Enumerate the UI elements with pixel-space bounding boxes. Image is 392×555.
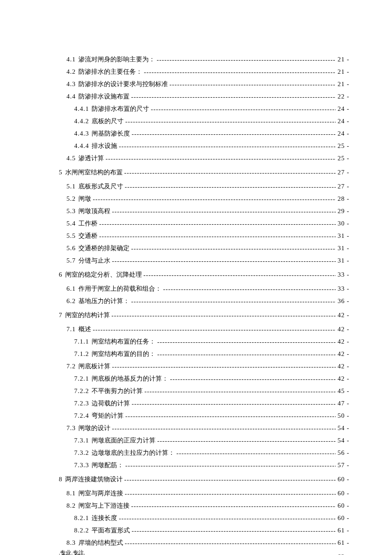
toc-entry-title: 闸墩配筋： bbox=[92, 461, 124, 469]
toc-entry: 5.2闸墩28 - bbox=[59, 195, 349, 203]
toc-entry: 4.4防渗排水设施布置22 - bbox=[59, 92, 349, 101]
toc-entry: 7.3闸墩的设计54 - bbox=[59, 424, 349, 432]
toc-entry-page: 27 - bbox=[337, 183, 349, 190]
toc-leader bbox=[125, 490, 336, 497]
toc-entry: 4.5渗透计算25 - bbox=[59, 154, 349, 162]
toc-entry-number: 7.1.1 bbox=[74, 338, 89, 345]
toc-entry-title: 防渗排水的设计要求与控制标准 bbox=[78, 80, 168, 88]
toc-entry-number: 4.4.1 bbox=[74, 105, 89, 113]
toc-entry: 7.3.1闸墩底面的正应力计算54 - bbox=[59, 436, 349, 445]
toc-leader bbox=[119, 515, 336, 522]
toc-entry-title: 闸底板的地基反力的计算： bbox=[92, 375, 168, 383]
toc-entry-title: 闸底板计算 bbox=[78, 362, 110, 370]
toc-leader bbox=[157, 338, 336, 346]
toc-entry-number: 4.4 bbox=[66, 93, 76, 100]
toc-entry-title: 闸室与两岸连接 bbox=[78, 489, 123, 497]
toc-entry: 4.4.4排水设施25 - bbox=[59, 142, 349, 150]
toc-entry-title: 防渗排水设施布置 bbox=[78, 92, 130, 101]
toc-leader bbox=[132, 527, 336, 535]
toc-entry: 5.6交通桥的排架确定31 - bbox=[59, 244, 349, 252]
toc-entry-page: 28 - bbox=[337, 195, 349, 202]
toc-leader bbox=[132, 130, 336, 138]
toc-leader bbox=[112, 257, 336, 265]
toc-leader bbox=[99, 220, 336, 228]
toc-entry-page: 54 - bbox=[337, 425, 349, 432]
toc-leader bbox=[176, 450, 336, 457]
toc-entry-title: 闸室的结构计算 bbox=[65, 311, 110, 319]
toc-entry: 5.3闸墩顶高程29 - bbox=[59, 207, 349, 215]
toc-entry-number: 8.3 bbox=[66, 539, 76, 546]
toc-entry-title: 排水设施 bbox=[92, 142, 117, 150]
toc-entry-number: 7.3.2 bbox=[74, 449, 89, 457]
toc-leader bbox=[93, 326, 336, 333]
toc-leader bbox=[131, 503, 336, 510]
toc-leader bbox=[112, 363, 336, 370]
toc-entry: 5水闸闸室结构的布置27 - bbox=[59, 168, 349, 176]
toc-entry-number: 6.2 bbox=[66, 298, 76, 305]
toc-entry-title: 交通桥 bbox=[78, 232, 98, 240]
toc-entry: 8.1闸室与两岸连接60 - bbox=[59, 489, 349, 497]
toc-leader bbox=[170, 81, 336, 88]
toc-leader bbox=[93, 196, 336, 203]
toc-entry-number: 5.1 bbox=[66, 183, 76, 190]
toc-entry: 8.2.2平面布置形式61 - bbox=[59, 526, 349, 535]
toc-entry-title: 连接长度 bbox=[92, 514, 117, 522]
toc-entry-title: 闸基防渗长度 bbox=[92, 130, 130, 138]
toc-entry: 7.3.2边墩墩底的主拉应力的计算：56 - bbox=[59, 449, 349, 457]
toc-entry: 7闸室的结构计算42 - bbox=[59, 311, 349, 319]
toc-entry-number: 7.1.2 bbox=[74, 350, 89, 358]
toc-entry: 7.2.2不平衡剪力的计算45 - bbox=[59, 387, 349, 395]
toc-entry-number: 8.1 bbox=[66, 490, 76, 497]
toc-entry-page: 27 - bbox=[337, 169, 349, 176]
toc-leader bbox=[112, 208, 336, 215]
toc-entry-page: 61 - bbox=[337, 539, 349, 546]
toc-entry-page: 56 - bbox=[337, 449, 349, 457]
toc-entry-page: 24 - bbox=[337, 130, 349, 137]
toc-entry: 8.2.1连接长度60 - bbox=[59, 514, 349, 522]
toc-entry-page: 24 - bbox=[337, 105, 349, 113]
toc-entry-page: 42 - bbox=[337, 312, 349, 319]
toc-entry: 4.4.2底板的尺寸24 - bbox=[59, 117, 349, 125]
toc-entry-number: 4.5 bbox=[66, 155, 76, 162]
toc-entry-page: 54 - bbox=[337, 437, 349, 444]
toc-entry-title: 闸墩的设计 bbox=[78, 424, 110, 432]
toc-leader bbox=[157, 56, 336, 64]
toc-entry-number: 4.2 bbox=[66, 68, 76, 75]
toc-entry-page: 31 - bbox=[337, 257, 349, 264]
toc-entry: 8.3岸墙的结构型式61 - bbox=[59, 539, 349, 547]
toc-entry-title: 闸室与上下游连接 bbox=[78, 502, 130, 510]
toc-leader bbox=[151, 106, 336, 113]
toc-entry: 4.4.3闸基防渗长度24 - bbox=[59, 130, 349, 138]
toc-entry-page: 50 - bbox=[337, 412, 349, 419]
toc-entry-title: 闸墩 bbox=[78, 195, 91, 203]
toc-leader bbox=[124, 476, 336, 483]
toc-entry-page: 31 - bbox=[337, 232, 349, 240]
toc-leader bbox=[131, 298, 336, 305]
toc-entry-number: 7.2 bbox=[66, 363, 76, 370]
toc-entry-title: 防渗排水布置的尺寸 bbox=[92, 105, 149, 113]
toc-entry-page: 60 - bbox=[337, 490, 349, 497]
toc-entry-page: 33 - bbox=[337, 285, 349, 292]
toc-entry-number: 6.1 bbox=[66, 285, 76, 292]
toc-entry-number: 7.1 bbox=[66, 326, 76, 333]
toc-leader bbox=[125, 183, 336, 191]
toc-entry-page: 22 - bbox=[337, 93, 349, 100]
toc-entry: 8.2闸室与上下游连接60 - bbox=[59, 502, 349, 510]
toc-entry-number: 7.3 bbox=[66, 425, 76, 432]
toc-leader bbox=[131, 93, 336, 101]
toc-entry-title: 底板形式及尺寸 bbox=[78, 182, 123, 191]
toc-leader bbox=[119, 143, 336, 150]
toc-entry-number: 4.4.3 bbox=[74, 130, 89, 137]
toc-entry: 7.1.1闸室结构布置的任务：42 - bbox=[59, 338, 349, 346]
toc-entry-number: 7.2.1 bbox=[74, 375, 89, 382]
toc-leader bbox=[125, 118, 336, 125]
toc-entry-title: 岸墙的结构型式 bbox=[78, 539, 123, 547]
toc-entry-number: 7.2.4 bbox=[74, 412, 89, 419]
toc-entry-page: 61 - bbox=[337, 527, 349, 534]
toc-leader bbox=[124, 169, 336, 176]
toc-entry: 5.1底板形式及尺寸27 - bbox=[59, 182, 349, 191]
toc-leader bbox=[125, 462, 336, 469]
toc-entry: 7.2闸底板计算42 - bbox=[59, 362, 349, 370]
toc-entry: 4.1渗流对闸身的影响主要为：21 - bbox=[59, 55, 349, 64]
toc-entry-number: 7.2.3 bbox=[74, 400, 89, 407]
